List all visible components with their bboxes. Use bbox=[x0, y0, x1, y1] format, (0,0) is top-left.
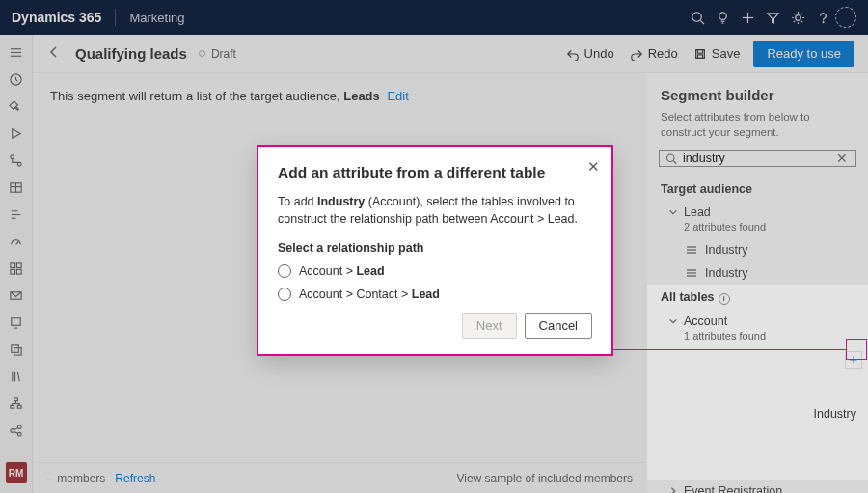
brand-label: Dynamics 365 bbox=[12, 10, 101, 25]
svg-rect-27 bbox=[16, 269, 21, 274]
tree-node-lead[interactable]: Lead 2 attributes found bbox=[647, 202, 868, 238]
svg-line-1 bbox=[700, 20, 704, 24]
ready-to-use-button[interactable]: Ready to use bbox=[753, 41, 854, 67]
redo-button[interactable]: Redo bbox=[622, 42, 686, 65]
panel-subtitle: Select attributes from below to construc… bbox=[647, 109, 868, 150]
path-option-2[interactable]: Account > Contact > Lead bbox=[278, 288, 592, 301]
undo-button[interactable]: Undo bbox=[558, 42, 622, 65]
add-attribute-modal: ✕ Add an attribute from a different tabl… bbox=[257, 145, 613, 356]
module-label: Marketing bbox=[129, 11, 184, 25]
mail-icon[interactable] bbox=[7, 286, 26, 305]
command-bar: Qualifying leads Draft Undo Redo Save Re… bbox=[33, 35, 868, 73]
svg-rect-36 bbox=[14, 397, 18, 400]
svg-marker-14 bbox=[13, 128, 20, 137]
svg-point-15 bbox=[11, 154, 14, 158]
add-attribute-button[interactable]: ＋ bbox=[845, 351, 862, 369]
search-input[interactable] bbox=[683, 151, 834, 165]
clock-icon[interactable] bbox=[7, 69, 26, 89]
plus-icon[interactable] bbox=[735, 5, 760, 30]
radio-icon bbox=[278, 288, 291, 301]
svg-rect-44 bbox=[697, 54, 702, 58]
chevron-down-icon bbox=[668, 316, 678, 326]
all-tables-block: All tablesi Account 1 attributes found I… bbox=[647, 285, 868, 480]
filter-icon[interactable] bbox=[760, 5, 785, 30]
svg-line-35 bbox=[17, 371, 19, 380]
search-icon[interactable] bbox=[685, 5, 710, 30]
top-nav: Dynamics 365 Marketing bbox=[0, 0, 868, 35]
status-label: Draft bbox=[211, 47, 236, 61]
help-icon[interactable] bbox=[810, 5, 835, 30]
gear-icon[interactable] bbox=[785, 5, 810, 30]
refresh-link[interactable]: Refresh bbox=[115, 472, 155, 485]
svg-point-8 bbox=[795, 14, 800, 20]
svg-rect-29 bbox=[12, 317, 20, 325]
library-icon[interactable] bbox=[7, 367, 26, 386]
view-sample-link[interactable]: View sample of included members bbox=[456, 472, 633, 485]
grid-icon[interactable] bbox=[7, 259, 26, 278]
search-icon bbox=[665, 152, 677, 165]
footer-bar: -- members Refresh View sample of includ… bbox=[33, 462, 646, 493]
panel-title: Segment builder bbox=[647, 73, 868, 109]
svg-point-2 bbox=[719, 12, 726, 19]
svg-rect-26 bbox=[11, 269, 15, 274]
info-icon[interactable]: i bbox=[719, 293, 730, 305]
lead-count: 2 attributes found bbox=[668, 219, 854, 236]
list-icon bbox=[686, 244, 697, 256]
svg-point-40 bbox=[17, 425, 21, 428]
device-icon[interactable] bbox=[7, 313, 26, 332]
attr-lead-industry-1[interactable]: Industry bbox=[647, 238, 868, 261]
save-button[interactable]: Save bbox=[686, 42, 748, 65]
brand-divider bbox=[115, 9, 116, 26]
modal-title: Add an attribute from a different table bbox=[278, 164, 592, 181]
radio-icon bbox=[278, 264, 291, 278]
attr-account-industry[interactable]: Industry ＋ bbox=[647, 347, 868, 481]
close-button[interactable]: ✕ bbox=[587, 158, 600, 176]
tree-node-event-registration[interactable]: Event Registration 2 attributes found bbox=[647, 480, 868, 493]
svg-point-45 bbox=[667, 154, 675, 162]
tree-node-account[interactable]: Account 1 attributes found bbox=[647, 311, 868, 347]
cancel-button[interactable]: Cancel bbox=[525, 313, 592, 339]
select-path-label: Select a relationship path bbox=[278, 241, 592, 255]
segment-builder-panel: Segment builder Select attributes from b… bbox=[646, 73, 868, 493]
back-button[interactable] bbox=[46, 44, 62, 63]
svg-rect-38 bbox=[17, 405, 21, 408]
segment-hint: This segment will return a list of the t… bbox=[50, 89, 629, 103]
hamburger-icon[interactable] bbox=[7, 42, 26, 62]
members-count: -- members bbox=[46, 472, 105, 485]
svg-marker-7 bbox=[767, 13, 777, 22]
status-dot-icon bbox=[199, 50, 205, 57]
svg-point-39 bbox=[11, 428, 14, 432]
svg-rect-25 bbox=[16, 262, 21, 267]
left-rail: RM bbox=[0, 35, 33, 493]
attr-lead-industry-2[interactable]: Industry bbox=[647, 261, 868, 285]
copy-icon[interactable] bbox=[7, 340, 26, 359]
journey-icon[interactable] bbox=[7, 151, 26, 170]
modal-description: To add Industry (Account), select the ta… bbox=[278, 193, 592, 228]
org-icon[interactable] bbox=[7, 394, 26, 413]
share-icon[interactable] bbox=[7, 421, 26, 440]
svg-rect-32 bbox=[14, 347, 22, 355]
all-tables-label: All tablesi bbox=[647, 285, 868, 311]
user-avatar[interactable] bbox=[835, 7, 856, 28]
edit-link[interactable]: Edit bbox=[387, 89, 408, 103]
pin-icon[interactable] bbox=[7, 96, 26, 116]
svg-rect-24 bbox=[11, 262, 15, 267]
account-count: 1 attributes found bbox=[668, 328, 854, 345]
page-title: Qualifying leads bbox=[75, 45, 187, 62]
play-icon[interactable] bbox=[7, 123, 26, 143]
chevron-down-icon bbox=[668, 207, 678, 217]
svg-line-23 bbox=[16, 241, 19, 244]
levels-icon[interactable] bbox=[7, 205, 26, 224]
lightbulb-icon[interactable] bbox=[710, 5, 735, 30]
path-option-1[interactable]: Account > Lead bbox=[278, 264, 592, 278]
svg-point-41 bbox=[17, 432, 21, 436]
svg-rect-31 bbox=[12, 344, 19, 352]
svg-point-0 bbox=[692, 12, 700, 20]
attribute-search[interactable]: ✕ bbox=[659, 150, 856, 167]
table-icon[interactable] bbox=[7, 178, 26, 197]
user-badge[interactable]: RM bbox=[6, 462, 27, 483]
gauge-icon[interactable] bbox=[7, 232, 26, 251]
svg-rect-37 bbox=[11, 405, 14, 408]
list-icon bbox=[686, 267, 697, 279]
clear-search-icon[interactable]: ✕ bbox=[834, 151, 850, 166]
